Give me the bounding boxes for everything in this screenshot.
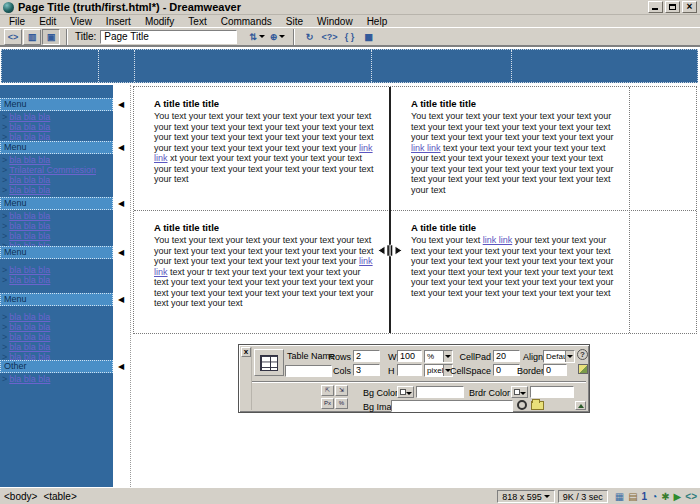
menu-file[interactable]: File xyxy=(2,16,32,27)
list-item: >bla bla bla xyxy=(2,332,113,342)
convert-widths-pixels-button[interactable]: Px xyxy=(321,398,334,409)
bullet-icon: > xyxy=(2,312,7,322)
bullet-icon: > xyxy=(2,265,7,275)
brdr-color-swatch[interactable] xyxy=(511,386,528,398)
bg-color-input[interactable] xyxy=(416,386,464,398)
menu-insert[interactable]: Insert xyxy=(99,16,138,27)
sidebar-link[interactable]: bla bla bla xyxy=(9,322,50,332)
panel-close-button[interactable]: x xyxy=(241,347,251,357)
point-to-file-icon[interactable] xyxy=(517,400,527,410)
bg-color-swatch[interactable] xyxy=(397,386,414,398)
cell-title: A title title title xyxy=(411,222,615,233)
cell-title: A title title title xyxy=(154,98,375,109)
sidebar-link[interactable]: bla bla bla xyxy=(9,185,50,195)
tag-body[interactable]: <body> xyxy=(4,491,37,502)
sidebar-link[interactable]: bla bla bla xyxy=(9,265,50,275)
sidebar-link[interactable]: bla bla bla xyxy=(9,112,50,122)
title-bar: Page Title (truth/first.html*) - Dreamwe… xyxy=(0,0,700,15)
clear-row-heights-button[interactable]: ⇱ xyxy=(321,385,334,396)
table-name-input[interactable] xyxy=(285,365,332,377)
border-input[interactable] xyxy=(543,364,567,376)
quick-tag-edit-icon[interactable] xyxy=(578,364,588,374)
align-select[interactable]: Default xyxy=(543,350,575,363)
file-status-button[interactable]: ⇅ xyxy=(247,29,267,45)
history-icon[interactable]: ◔ xyxy=(651,490,657,503)
width-input[interactable] xyxy=(397,350,422,362)
cell-text-after: xt your text your text your text your te… xyxy=(154,153,374,184)
restore-button[interactable] xyxy=(665,1,680,13)
menu-site[interactable]: Site xyxy=(279,16,310,27)
close-button[interactable]: × xyxy=(682,1,697,13)
menu-header-1[interactable]: Menu xyxy=(0,98,113,111)
sidebar-link[interactable]: bla bla bla xyxy=(9,155,50,165)
cellspace-input[interactable] xyxy=(493,364,520,376)
reference-icon: <?> xyxy=(321,32,337,42)
menu-header-other[interactable]: Other xyxy=(0,360,113,373)
browse-folder-icon[interactable] xyxy=(531,401,544,410)
sidebar-link[interactable]: bla bla bla xyxy=(9,175,50,185)
page-title-input[interactable] xyxy=(100,30,237,44)
rows-input[interactable] xyxy=(353,350,380,362)
code-inspector-icon[interactable]: <> xyxy=(685,490,697,503)
sidebar-link[interactable]: bla bla bla xyxy=(9,342,50,352)
menu-header-5[interactable]: Menu xyxy=(0,293,113,306)
clear-col-widths-button[interactable]: ⇲ xyxy=(335,385,348,396)
bullet-icon: > xyxy=(2,211,7,221)
menu-text[interactable]: Text xyxy=(181,16,213,27)
cell-text: You text your text link link your text y… xyxy=(411,235,615,298)
cols-label: Cols xyxy=(327,366,351,376)
html-styles-icon[interactable]: 1 xyxy=(642,490,648,503)
width-unit-value: % xyxy=(427,352,434,361)
design-view-button[interactable]: ▣ xyxy=(42,29,60,45)
menu-header-4[interactable]: Menu xyxy=(0,246,113,259)
sidebar-link[interactable]: bla bla bla xyxy=(9,312,50,322)
bg-color-label: Bg Color xyxy=(363,388,398,398)
height-input[interactable] xyxy=(397,364,422,376)
body-link[interactable]: link link xyxy=(483,235,513,245)
body-link[interactable]: link link xyxy=(411,143,441,153)
sidebar-link[interactable]: bla bla bla xyxy=(9,275,50,285)
menu-commands[interactable]: Commands xyxy=(214,16,279,27)
reference-button[interactable]: <?> xyxy=(319,29,339,45)
tag-table[interactable]: <table> xyxy=(43,491,76,502)
menu-modify[interactable]: Modify xyxy=(138,16,181,27)
cellpad-input[interactable] xyxy=(493,350,520,362)
behaviors-icon[interactable]: ✱ xyxy=(661,490,669,503)
convert-widths-percent-button[interactable]: % xyxy=(335,398,348,409)
panel-collapse-button[interactable] xyxy=(575,401,586,410)
minimize-button[interactable] xyxy=(648,1,663,13)
menu-edit[interactable]: Edit xyxy=(32,16,63,27)
split-view-button[interactable]: ▥ xyxy=(23,29,41,45)
code-view-button[interactable]: <> xyxy=(4,29,22,45)
code-navigation-button[interactable]: { } xyxy=(340,29,358,45)
preview-browser-button[interactable]: ⊕ xyxy=(268,29,288,45)
cols-input[interactable] xyxy=(353,364,380,376)
refresh-button[interactable]: ↻ xyxy=(300,29,318,45)
width-unit-select[interactable]: % xyxy=(424,350,453,363)
cell-title: A title title title xyxy=(411,98,615,109)
view-options-button[interactable]: ▦ xyxy=(359,29,377,45)
brdr-color-input[interactable] xyxy=(530,386,574,398)
sidebar-link[interactable]: bla bla bla xyxy=(9,374,50,384)
sidebar-link[interactable]: bla bla bla xyxy=(9,221,50,231)
cell-text-before: You text your text your text your text y… xyxy=(154,235,374,266)
menu-window[interactable]: Window xyxy=(310,16,360,27)
assets-icon[interactable]: ▤ xyxy=(628,490,637,503)
bullet-icon: > xyxy=(2,165,7,175)
sidebar-link[interactable]: bla bla bla xyxy=(9,211,50,221)
sidebar-link[interactable]: bla bla bla xyxy=(9,122,50,132)
menu-view[interactable]: View xyxy=(63,16,99,27)
play-icon[interactable]: ▶ xyxy=(674,490,682,503)
site-icon[interactable]: ▦ xyxy=(615,490,624,503)
window-size-selector[interactable]: 818 x 595 xyxy=(497,490,555,503)
sidebar-link-trilateral[interactable]: Trilateral Commission xyxy=(9,165,96,175)
menu-header-3[interactable]: Menu xyxy=(0,197,113,210)
sidebar-link[interactable]: bla bla bla xyxy=(9,332,50,342)
list-item: >bla bla bla xyxy=(2,275,113,285)
file-status-icon: ⇅ xyxy=(249,32,257,42)
help-button[interactable]: ? xyxy=(577,349,588,360)
menu-header-2[interactable]: Menu xyxy=(0,141,113,154)
sidebar-link[interactable]: bla bla bla xyxy=(9,231,50,241)
bg-image-input[interactable] xyxy=(391,400,513,412)
menu-help[interactable]: Help xyxy=(360,16,395,27)
